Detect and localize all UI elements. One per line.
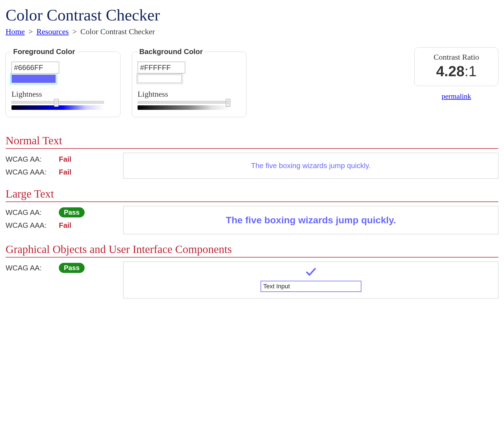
normal-wcag-aa-label: WCAG AA:: [6, 155, 59, 164]
ui-sample-text-input[interactable]: [261, 281, 361, 292]
foreground-panel: Foreground Color Lightness: [6, 47, 120, 117]
ui-components-heading: Graphical Objects and User Interface Com…: [6, 243, 498, 256]
large-text-sample-box[interactable]: The five boxing wizards jump quickly.: [123, 206, 498, 234]
page-title: Color Contrast Checker: [6, 6, 498, 24]
normal-text-heading: Normal Text: [6, 134, 498, 147]
foreground-hex-input[interactable]: [11, 62, 59, 73]
normal-wcag-aa-result: Fail: [59, 155, 71, 164]
background-lightness-label: Lightness: [138, 90, 241, 99]
contrast-ratio-box: Contrast Ratio 4.28:1: [414, 47, 498, 86]
breadcrumb-sep: >: [72, 27, 77, 36]
ui-wcag-aa-label: WCAG AA:: [6, 264, 59, 272]
section-rule: [6, 257, 498, 258]
large-wcag-aa-result: Pass: [59, 207, 85, 217]
normal-wcag-aaa-result: Fail: [59, 168, 71, 177]
background-lightness-slider[interactable]: [138, 101, 230, 104]
background-hex-input[interactable]: [138, 62, 185, 73]
breadcrumb-resources-link[interactable]: Resources: [36, 27, 69, 36]
ui-sample-box: [123, 261, 498, 298]
large-wcag-aaa-label: WCAG AAA:: [6, 221, 59, 230]
contrast-ratio-title: Contrast Ratio: [420, 53, 493, 62]
check-icon: [305, 266, 317, 278]
breadcrumb-current: Color Contrast Checker: [80, 27, 155, 36]
ui-wcag-aa-result: Pass: [59, 263, 85, 273]
large-wcag-aa-label: WCAG AA:: [6, 208, 59, 217]
section-rule: [6, 148, 498, 149]
slider-thumb[interactable]: [54, 99, 59, 107]
section-rule: [6, 201, 498, 202]
background-panel: Background Color Lightness: [132, 47, 247, 117]
slider-thumb[interactable]: [226, 99, 230, 107]
permalink-link[interactable]: permalink: [442, 92, 471, 101]
normal-wcag-aaa-label: WCAG AAA:: [6, 168, 59, 177]
background-swatch[interactable]: [138, 75, 182, 83]
ratio-number: 4.28: [436, 63, 464, 79]
foreground-lightness-label: Lightness: [11, 90, 115, 99]
ratio-suffix: :1: [464, 63, 477, 79]
large-text-heading: Large Text: [6, 187, 498, 200]
large-wcag-aaa-result: Fail: [59, 221, 71, 230]
breadcrumb-home-link[interactable]: Home: [6, 27, 25, 36]
contrast-ratio-value: 4.28:1: [420, 63, 493, 80]
foreground-swatch[interactable]: [11, 75, 56, 83]
breadcrumb-sep: >: [28, 27, 33, 36]
background-legend: Background Color: [138, 47, 205, 56]
background-gradient-bar: [138, 105, 230, 110]
normal-text-sample-box[interactable]: The five boxing wizards jump quickly.: [123, 153, 498, 179]
large-text-sample: The five boxing wizards jump quickly.: [226, 215, 396, 225]
foreground-lightness-slider[interactable]: [11, 101, 104, 104]
breadcrumb: Home > Resources > Color Contrast Checke…: [6, 27, 498, 36]
normal-text-sample: The five boxing wizards jump quickly.: [251, 161, 371, 170]
foreground-legend: Foreground Color: [11, 47, 77, 56]
